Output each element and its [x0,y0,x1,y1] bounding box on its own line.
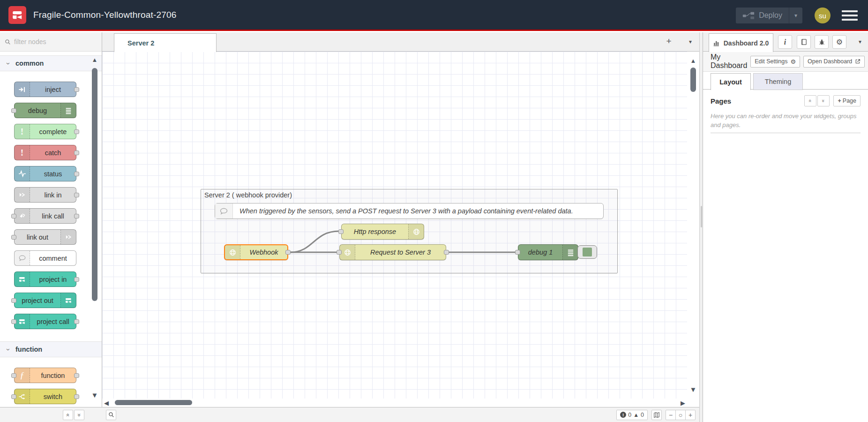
pulse-icon [15,166,30,181]
globe-icon [225,245,240,259]
expand-all-button[interactable]: » [74,410,84,420]
tab-debug[interactable] [815,35,829,49]
deploy-options-caret[interactable]: ▾ [789,8,802,23]
tab-dashboard-2[interactable]: Dashboard 2.0 [709,33,773,52]
tab-theming[interactable]: Theming [753,73,803,90]
exclamation-icon: ! [15,124,30,139]
tab-help[interactable] [797,35,811,49]
palette-node-link-in[interactable]: link in [14,187,76,203]
palette-node-comment[interactable]: comment [14,250,76,266]
palette-footer: « » [0,407,102,422]
output-port [74,87,79,92]
warning-count: 0 [641,412,644,418]
palette-node-link-call[interactable]: link call [14,208,76,224]
palette-node-catch[interactable]: ! catch [14,145,76,160]
link-icon [60,230,76,244]
scroll-down-icon[interactable]: ▼ [687,385,699,393]
search-flows-button[interactable] [106,410,116,420]
flow-list-caret[interactable]: ▾ [689,38,692,45]
link-icon [15,209,30,223]
input-port [11,319,16,324]
move-down-button[interactable]: » [817,95,830,106]
flow-node-debug-1[interactable]: debug 1 [518,244,578,260]
error-icon: ! [620,412,626,418]
output-port [74,172,79,176]
notifications-counter[interactable]: ! 0 ▲ 0 [616,410,648,420]
palette-node-status[interactable]: status [14,166,76,181]
canvas-vscrollbar[interactable]: ▲ ▼ [687,52,699,399]
workspace-footer: ! 0 ▲ 0 − ○ + [102,407,699,422]
palette-scroll-thumb[interactable] [92,68,97,301]
project-icon [15,272,30,286]
canvas-hscrollbar[interactable]: ◀ ▶ [102,399,687,407]
deploy-button[interactable]: Deploy ▾ [736,8,802,23]
workspace: Server 2 + ▾ Server 2 ( webhook provider… [102,32,699,422]
scroll-left-icon[interactable]: ◀ [104,399,109,407]
palette-node-link-out[interactable]: link out [14,229,76,245]
zoom-reset-button[interactable]: ○ [675,410,686,420]
output-port [74,214,79,219]
category-common[interactable]: › common [0,55,102,71]
palette-node-project-out[interactable]: project out [14,293,76,308]
flow-node-http-response[interactable]: Http response [341,224,424,240]
palette-node-switch[interactable]: switch [14,389,76,404]
category-function[interactable]: › function [0,341,102,357]
sidebar-tabs-caret[interactable]: ▾ [859,38,861,45]
debug-list-icon [60,103,76,118]
canvas-vscroll-thumb[interactable] [690,68,696,92]
warning-icon: ▲ [633,412,639,418]
open-dashboard-button[interactable]: Open Dashboard [803,56,865,68]
input-port [11,108,16,113]
separator-handle[interactable] [701,206,702,227]
navigator-button[interactable] [651,410,662,420]
tab-config[interactable]: ⚙ [832,35,846,49]
comment-node[interactable]: When triggered by the sensors, send a PO… [215,203,604,219]
add-page-button[interactable]: + Page [833,95,861,106]
group-label: Server 2 ( webhook provider) [204,191,292,199]
output-port[interactable] [444,250,449,255]
collapse-all-button[interactable]: « [63,410,73,420]
flow-node-webhook[interactable]: Webhook [224,244,288,260]
input-port[interactable] [515,250,520,255]
edit-settings-button[interactable]: Edit Settings ⚙ [750,56,800,68]
output-port[interactable] [285,250,291,255]
debug-toggle-button[interactable] [577,245,597,259]
flow-tabbar: Server 2 + ▾ [102,32,699,52]
palette-node-inject[interactable]: inject [14,82,76,97]
palette-node-project-call[interactable]: project call [14,314,76,329]
sidebar-tabbar: Dashboard 2.0 i ⚙ ▾ [703,32,868,52]
sidebar-separator[interactable] [699,32,703,422]
output-port [74,394,79,399]
add-flow-button[interactable]: + [663,36,675,46]
zoom-in-button[interactable]: + [685,410,696,420]
output-port [74,319,79,324]
input-port[interactable] [337,250,342,255]
input-port[interactable] [338,229,344,234]
palette-search [0,32,102,52]
output-port [74,151,79,155]
palette-node-project-in[interactable]: project in [14,271,76,287]
palette-node-function[interactable]: ƒ function [14,368,76,383]
scroll-right-icon[interactable]: ▶ [681,399,685,407]
input-port [11,394,16,399]
external-link-icon [855,59,861,64]
flow-node-request-to-server-3[interactable]: Request to Server 3 [339,244,446,260]
scroll-down-icon[interactable]: ▼ [90,391,99,399]
deploy-icon [742,11,755,20]
main-menu-button[interactable] [842,10,858,21]
palette-scrollbar[interactable]: ▲ ▼ [90,53,99,406]
user-avatar[interactable]: su [815,8,831,23]
tab-layout[interactable]: Layout [711,73,751,90]
canvas-hscroll-thumb[interactable] [115,400,192,405]
move-up-button[interactable]: « [804,95,816,106]
scroll-up-icon[interactable]: ▲ [90,56,99,63]
input-port [11,298,16,303]
flow-tab-server-2[interactable]: Server 2 [114,33,217,52]
palette-node-debug[interactable]: debug [14,103,76,118]
filter-nodes-input[interactable] [14,38,84,45]
zoom-out-button[interactable]: − [666,410,676,420]
tab-info[interactable]: i [778,35,792,49]
flow-canvas[interactable]: Server 2 ( webhook provider) When trigge… [102,52,687,399]
palette-node-complete[interactable]: ! complete [14,124,76,139]
scroll-up-icon[interactable]: ▲ [687,57,699,64]
